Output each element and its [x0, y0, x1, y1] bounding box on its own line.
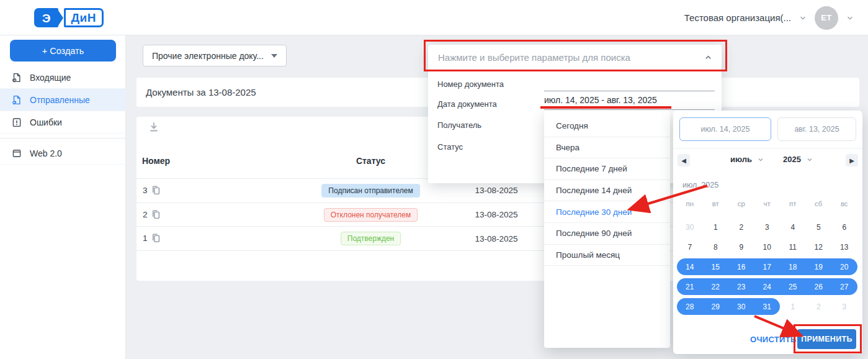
calendar-week: 28293031123 [677, 298, 857, 315]
calendar-day[interactable]: 3 [831, 298, 857, 315]
calendar-day[interactable]: 2 [728, 219, 754, 235]
calendar-day[interactable]: 31 [754, 298, 781, 315]
sidebar-item-label: Входящие [30, 73, 71, 83]
calendar-day[interactable]: 7 [677, 239, 703, 255]
weekday-label: ср [728, 200, 754, 207]
search-field-label: Статус [437, 142, 463, 152]
year-value: 2025 [783, 155, 801, 164]
org-area: Тестовая организация(... ЕТ [684, 0, 854, 35]
start-date-input[interactable]: июл. 14, 2025 [679, 117, 771, 141]
chevron-down-icon [846, 14, 854, 22]
preset-item[interactable]: Вчера [544, 137, 670, 159]
preset-item[interactable]: Последние 30 дней [544, 201, 670, 223]
doc-type-dropdown[interactable]: Прочие электронные доку... [143, 45, 287, 66]
calendar-day[interactable]: 3 [754, 219, 781, 235]
preset-item[interactable]: Последние 14 дней [544, 180, 670, 202]
chevron-down-icon [799, 14, 807, 22]
sent-doc-icon [11, 94, 22, 106]
next-month-button[interactable]: ▶ [846, 154, 858, 166]
status-badge: Отклонен получателем [324, 208, 418, 222]
status-badge: Подтвержден [341, 232, 401, 245]
calendar-day[interactable]: 11 [780, 239, 806, 255]
calendar-day[interactable]: 14 [677, 258, 703, 275]
calendar-day[interactable]: 5 [806, 219, 832, 235]
calendar-day[interactable]: 10 [754, 239, 781, 255]
weekday-label: вс [831, 200, 857, 207]
calendar-day[interactable]: 13 [831, 239, 857, 255]
document-number-input[interactable] [544, 82, 715, 91]
calendar-day[interactable]: 8 [703, 239, 729, 255]
calendar-day[interactable]: 22 [703, 278, 729, 295]
apply-button[interactable]: ПРИМЕНИТЬ [797, 329, 856, 349]
calendar-day[interactable]: 1 [703, 219, 729, 235]
calendar-day[interactable]: 24 [754, 278, 781, 295]
sidebar-item-входящие[interactable]: Входящие [0, 66, 126, 89]
row-date: 13-08-2025 [459, 227, 534, 250]
end-date-input[interactable]: авг. 13, 2025 [777, 117, 856, 141]
row-status-cell: Подтвержден [298, 227, 444, 250]
weekday-label: сб [806, 200, 832, 207]
calendar-day[interactable]: 16 [728, 258, 754, 275]
calendar-day[interactable]: 21 [677, 278, 703, 295]
chevron-down-icon [757, 156, 764, 163]
edin-logo: Э ДиН [34, 8, 104, 27]
sidebar-item-отправленные[interactable]: Отправленные [0, 89, 126, 111]
search-params-toggle[interactable]: Нажмите и выберите параметры для поиска [428, 45, 722, 70]
calendar-day[interactable]: 30 [677, 219, 703, 235]
calendar-day[interactable]: 15 [703, 258, 729, 275]
logo-part-2: ДиН [64, 8, 104, 27]
inbox-doc-icon [11, 72, 22, 83]
download-button[interactable] [146, 120, 162, 136]
avatar[interactable]: ЕТ [815, 6, 838, 30]
calendar-day[interactable]: 9 [728, 239, 754, 255]
calendar-day[interactable]: 26 [806, 278, 832, 295]
weekday-label: вт [703, 200, 729, 207]
calendar-day[interactable]: 29 [703, 298, 729, 315]
preset-item[interactable]: Прошлый месяц [544, 245, 670, 266]
calendar-day[interactable]: 6 [831, 219, 857, 235]
create-button[interactable]: + Создать [10, 40, 116, 61]
preset-item[interactable]: Сегодня [544, 116, 670, 137]
calendar-day[interactable]: 30 [728, 298, 754, 315]
calendar-day[interactable]: 27 [831, 278, 857, 295]
sidebar-item-web-2-0[interactable]: Web 2.0 [0, 142, 126, 165]
weekday-row: пнвтсрчтптсбвс [677, 200, 857, 207]
calendar-day[interactable]: 1 [780, 298, 806, 315]
calendar-week: 78910111213 [677, 239, 857, 255]
sidebar-divider [0, 134, 126, 139]
prev-month-button[interactable]: ◀ [678, 154, 690, 166]
calendar-day[interactable]: 28 [677, 298, 703, 315]
calendar-day[interactable]: 18 [780, 258, 806, 275]
calendar-day[interactable]: 20 [831, 258, 857, 275]
calendar-grid: 3012345678910111213141516171819202122232… [677, 219, 857, 318]
row-number: 3 [143, 186, 148, 195]
chevron-up-icon [704, 53, 713, 62]
copy-button[interactable] [150, 209, 162, 221]
calendar-day[interactable]: 25 [780, 278, 806, 295]
preset-item[interactable]: Последние 7 дней [544, 158, 670, 180]
logo-chevron-shape [58, 11, 63, 25]
sidebar-item-label: Web 2.0 [30, 148, 62, 158]
calendar-day[interactable]: 4 [780, 219, 806, 235]
caret-down-icon [271, 54, 277, 58]
copy-button[interactable] [150, 232, 162, 245]
month-selector[interactable]: июль [730, 155, 764, 164]
copy-icon [150, 209, 161, 220]
calendar-day[interactable]: 2 [806, 298, 832, 315]
sidebar-item-ошибки[interactable]: Ошибки [0, 111, 126, 134]
app-root: Э ДиН Тестовая организация(... ЕТ + Созд… [0, 0, 868, 359]
calendar-day[interactable]: 12 [806, 239, 832, 255]
copy-button[interactable] [150, 184, 162, 197]
calendar-month-caption: июл. 2025 [682, 181, 718, 189]
clear-button[interactable]: ОЧИСТИТЬ [750, 335, 797, 344]
calendar-day[interactable]: 23 [728, 278, 754, 295]
calendar-panel: июл. 14, 2025 авг. 13, 2025 ◀ июль 2025 … [673, 111, 862, 354]
sidebar-nav: ВходящиеОтправленныеОшибкиWeb 2.0 [0, 66, 126, 165]
year-selector[interactable]: 2025 [783, 155, 813, 164]
preset-item[interactable]: Последние 90 дней [544, 223, 670, 245]
calendar-divider [673, 148, 862, 148]
calendar-day[interactable]: 17 [754, 258, 781, 275]
calendar-day[interactable]: 19 [806, 258, 832, 275]
org-selector[interactable]: Тестовая организация(... [684, 12, 791, 23]
calendar-week: 30123456 [677, 219, 857, 235]
